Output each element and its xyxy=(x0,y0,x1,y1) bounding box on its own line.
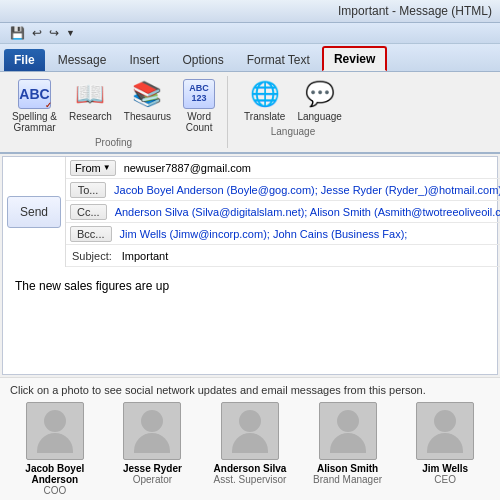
redo-button[interactable]: ↪ xyxy=(47,25,61,41)
proofing-items: ABC Spelling &Grammar 📖 Research 📚 Thesa… xyxy=(8,76,219,135)
head-anderson xyxy=(239,410,261,432)
person-icon-jim xyxy=(427,410,463,453)
head-jim xyxy=(434,410,456,432)
word-count-bottom: 123 xyxy=(192,94,207,104)
spelling-icon: ABC xyxy=(19,78,51,110)
avatar-anderson xyxy=(221,402,279,460)
language-group: 🌐 Translate 💬 Language Language xyxy=(240,76,354,137)
title-bar: Important - Message (HTML) xyxy=(0,0,500,23)
subject-label: Subject: xyxy=(66,248,118,264)
spelling-label: Spelling &Grammar xyxy=(12,111,57,133)
send-button[interactable]: Send xyxy=(7,196,61,228)
tab-message[interactable]: Message xyxy=(47,48,118,71)
word-count-icon: ABC 123 xyxy=(183,78,215,110)
head-alison xyxy=(337,410,359,432)
to-value[interactable]: Jacob Boyel Anderson (Boyle@gog.com); Je… xyxy=(110,182,500,198)
ribbon-tabs: File Message Insert Options Format Text … xyxy=(0,44,500,72)
translate-label: Translate xyxy=(244,111,285,122)
contact-jacob[interactable]: Jacob Boyel Anderson COO xyxy=(15,402,95,496)
ribbon-body: ABC Spelling &Grammar 📖 Research 📚 Thesa… xyxy=(0,72,500,154)
body-jacob xyxy=(37,433,73,453)
cc-value[interactable]: Anderson Silva (Silva@digitalslam.net); … xyxy=(111,204,500,220)
research-label: Research xyxy=(69,111,112,122)
language-button[interactable]: 💬 Language xyxy=(293,76,346,124)
subject-row: Subject: Important xyxy=(66,245,500,267)
tab-review[interactable]: Review xyxy=(322,46,387,71)
language-label: Language xyxy=(297,111,342,122)
translate-icon: 🌐 xyxy=(249,78,281,110)
tab-format-text[interactable]: Format Text xyxy=(236,48,321,71)
from-value: newuser7887@gmail.com xyxy=(120,160,500,176)
send-area: Send xyxy=(3,157,66,267)
research-button[interactable]: 📖 Research xyxy=(65,76,116,124)
contact-anderson[interactable]: Anderson Silva Asst. Supervisor xyxy=(210,402,290,496)
person-icon-jesse xyxy=(134,410,170,453)
avatar-jesse xyxy=(123,402,181,460)
head-jesse xyxy=(141,410,163,432)
cc-button[interactable]: Cc... xyxy=(70,204,107,220)
cc-row: Cc... Anderson Silva (Silva@digitalslam.… xyxy=(66,201,500,223)
avatar-jacob xyxy=(26,402,84,460)
body-jesse xyxy=(134,433,170,453)
contacts-row: Jacob Boyel Anderson COO Jesse Ryder Ope… xyxy=(10,402,490,496)
bcc-button[interactable]: Bcc... xyxy=(70,226,112,242)
tab-insert[interactable]: Insert xyxy=(118,48,170,71)
proofing-group: ABC Spelling &Grammar 📖 Research 📚 Thesa… xyxy=(8,76,228,148)
title-jim: CEO xyxy=(434,474,456,485)
compose-fields: From ▼ newuser7887@gmail.com To... Jacob… xyxy=(66,157,500,267)
language-icon: 💬 xyxy=(304,78,336,110)
bcc-value[interactable]: Jim Wells (Jimw@incorp.com); John Cains … xyxy=(116,226,500,242)
contact-alison[interactable]: Alison Smith Brand Manager xyxy=(308,402,388,496)
tab-file[interactable]: File xyxy=(4,49,45,71)
title-text: Important - Message (HTML) xyxy=(338,4,492,18)
title-jesse: Operator xyxy=(133,474,172,485)
message-body[interactable]: The new sales figures are up xyxy=(3,267,497,367)
research-icon: 📖 xyxy=(74,78,106,110)
social-bar: Click on a photo to see social network u… xyxy=(0,377,500,500)
avatar-jim xyxy=(416,402,474,460)
to-button[interactable]: To... xyxy=(70,182,106,198)
quick-access-toolbar: 💾 ↩ ↪ ▼ xyxy=(0,23,500,44)
from-button[interactable]: From ▼ xyxy=(70,160,116,176)
bcc-row: Bcc... Jim Wells (Jimw@incorp.com); John… xyxy=(66,223,500,245)
person-icon-jacob xyxy=(37,410,73,453)
contact-jesse[interactable]: Jesse Ryder Operator xyxy=(112,402,192,496)
from-row: From ▼ newuser7887@gmail.com xyxy=(66,157,500,179)
from-label-text: From xyxy=(75,162,101,174)
body-alison xyxy=(330,433,366,453)
compose-layout: Send From ▼ newuser7887@gmail.com To.. xyxy=(3,157,497,267)
spelling-grammar-button[interactable]: ABC Spelling &Grammar xyxy=(8,76,61,135)
avatar-alison xyxy=(319,402,377,460)
to-row: To... Jacob Boyel Anderson (Boyle@gog.co… xyxy=(66,179,500,201)
language-group-label: Language xyxy=(271,126,316,137)
thesaurus-button[interactable]: 📚 Thesaurus xyxy=(120,76,175,124)
translate-button[interactable]: 🌐 Translate xyxy=(240,76,289,124)
save-button[interactable]: 💾 xyxy=(8,25,27,41)
thesaurus-icon: 📚 xyxy=(131,78,163,110)
contact-jim[interactable]: Jim Wells CEO xyxy=(405,402,485,496)
word-count-button[interactable]: ABC 123 WordCount xyxy=(179,76,219,135)
email-panel: Send From ▼ newuser7887@gmail.com To.. xyxy=(2,156,498,375)
subject-value[interactable]: Important xyxy=(118,248,500,264)
from-dropdown-icon: ▼ xyxy=(103,163,111,172)
body-jim xyxy=(427,433,463,453)
word-count-label: WordCount xyxy=(186,111,213,133)
body-anderson xyxy=(232,433,268,453)
title-alison: Brand Manager xyxy=(313,474,382,485)
email-section: Send From ▼ newuser7887@gmail.com To.. xyxy=(0,154,500,377)
thesaurus-label: Thesaurus xyxy=(124,111,171,122)
person-icon-alison xyxy=(330,410,366,453)
app-window: Important - Message (HTML) 💾 ↩ ↪ ▼ File … xyxy=(0,0,500,500)
name-jim: Jim Wells xyxy=(422,463,468,474)
title-jacob: COO xyxy=(43,485,66,496)
social-hint: Click on a photo to see social network u… xyxy=(10,384,490,396)
title-anderson: Asst. Supervisor xyxy=(214,474,287,485)
proofing-group-label: Proofing xyxy=(95,137,132,148)
quickaccess-dropdown[interactable]: ▼ xyxy=(64,27,77,39)
abc-check-icon: ABC xyxy=(18,79,50,109)
name-alison: Alison Smith xyxy=(317,463,378,474)
tab-options[interactable]: Options xyxy=(171,48,234,71)
person-icon-anderson xyxy=(232,410,268,453)
undo-button[interactable]: ↩ xyxy=(30,25,44,41)
head-jacob xyxy=(44,410,66,432)
